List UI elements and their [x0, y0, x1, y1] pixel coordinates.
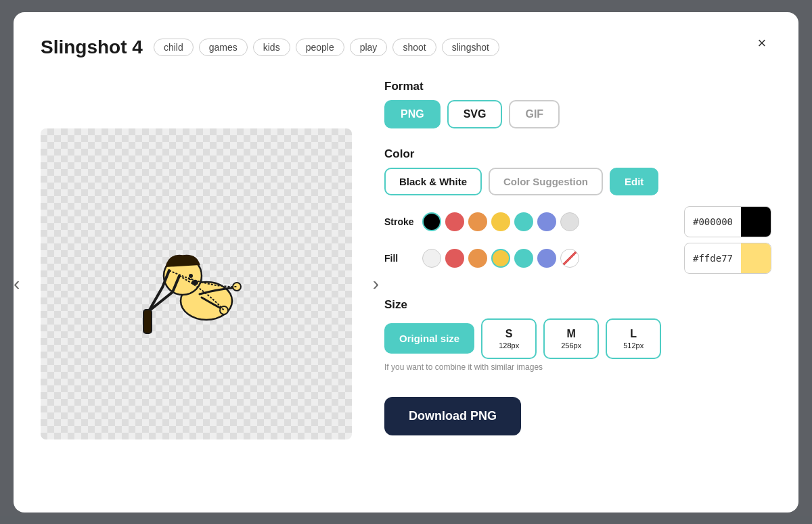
size-l-button[interactable]: L 512px [606, 318, 661, 359]
fill-swatch-red[interactable] [445, 249, 464, 268]
svg-point-4 [233, 283, 241, 291]
size-section: Size Original size S 128px M 256px [384, 298, 771, 373]
fill-swatch-teal[interactable] [514, 249, 533, 268]
tag-kids[interactable]: kids [253, 39, 290, 56]
modal-body: ‹ [41, 80, 771, 488]
stroke-swatch-teal[interactable] [514, 212, 533, 231]
tag-slingshot[interactable]: slingshot [442, 39, 499, 56]
fill-swatch-custom[interactable] [560, 249, 579, 268]
tag-people[interactable]: people [296, 39, 344, 56]
color-mode-buttons: Black & White Color Suggestion Edit [384, 168, 771, 195]
tag-shoot[interactable]: shoot [392, 39, 436, 56]
modal-header: Slingshot 4 childgameskidspeopleplayshoo… [41, 37, 771, 58]
size-original-button[interactable]: Original size [384, 323, 474, 354]
stroke-row: Stroke #000000 [384, 206, 771, 237]
color-bw-button[interactable]: Black & White [384, 168, 482, 195]
stroke-swatch-blue[interactable] [537, 212, 556, 231]
stroke-preview [741, 207, 771, 237]
stroke-swatch-yellow[interactable] [491, 212, 510, 231]
tag-games[interactable]: games [199, 39, 248, 56]
svg-rect-6 [143, 310, 152, 333]
fill-swatch-white[interactable] [422, 249, 441, 268]
svg-point-2 [189, 274, 193, 278]
stroke-hex: #000000 [685, 211, 741, 233]
color-section: Color Black & White Color Suggestion Edi… [384, 147, 771, 279]
fill-row: Fill [384, 243, 771, 274]
fill-swatch-orange[interactable] [468, 249, 487, 268]
tags-container: childgameskidspeopleplayshootslingshot [154, 39, 499, 56]
stroke-swatch-red[interactable] [445, 212, 464, 231]
size-note: If you want to combine it with similar i… [384, 362, 771, 373]
stroke-swatch-black[interactable] [422, 212, 441, 231]
stroke-swatch-white[interactable] [560, 212, 579, 231]
fill-swatch-blue[interactable] [537, 249, 556, 268]
download-button[interactable]: Download PNG [384, 397, 521, 435]
color-edit-button[interactable]: Edit [610, 168, 658, 195]
modal-title: Slingshot 4 [41, 37, 143, 58]
format-svg-button[interactable]: SVG [447, 100, 503, 128]
image-preview [41, 128, 352, 439]
stroke-label: Stroke [384, 216, 414, 227]
format-png-button[interactable]: PNG [384, 100, 441, 128]
format-label: Format [384, 80, 771, 93]
options-panel: Format PNG SVG GIF Color Black & White C… [384, 80, 771, 488]
close-button[interactable]: × [750, 31, 774, 55]
size-s-button[interactable]: S 128px [481, 318, 537, 359]
next-button[interactable]: › [367, 268, 384, 300]
stroke-swatches [422, 212, 579, 231]
fill-hex: #ffde77 [685, 247, 741, 269]
fill-swatch-yellow[interactable] [491, 249, 510, 268]
fill-label: Fill [384, 253, 414, 264]
stroke-value-box: #000000 [684, 206, 771, 237]
size-m-button[interactable]: M 256px [543, 318, 599, 359]
slingshot-illustration [102, 216, 291, 352]
fill-preview [741, 243, 771, 273]
size-buttons: Original size S 128px M 256px L [384, 318, 771, 359]
format-section: Format PNG SVG GIF [384, 80, 771, 128]
stroke-swatch-orange[interactable] [468, 212, 487, 231]
format-buttons: PNG SVG GIF [384, 100, 771, 128]
prev-button[interactable]: ‹ [8, 268, 25, 300]
size-label: Size [384, 298, 771, 312]
tag-play[interactable]: play [350, 39, 388, 56]
fill-value-box: #ffde77 [684, 243, 771, 274]
color-label: Color [384, 147, 771, 161]
tag-child[interactable]: child [154, 39, 194, 56]
modal-dialog: × Slingshot 4 childgameskidspeopleplaysh… [14, 12, 798, 513]
fill-swatches [422, 249, 579, 268]
format-gif-button: GIF [509, 100, 560, 128]
color-suggestion-button[interactable]: Color Suggestion [489, 168, 603, 195]
